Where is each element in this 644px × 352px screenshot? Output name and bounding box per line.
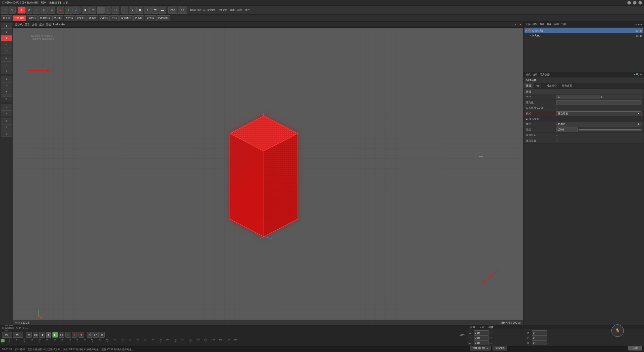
dots-btn2[interactable]: ⋮	[1, 131, 12, 137]
prop-expand-btn[interactable]: ⊕	[640, 73, 642, 76]
scene-edit-menu[interactable]: 编辑	[533, 23, 538, 26]
coord-mode-dropdown[interactable]: 对象 (相对) ▼	[470, 346, 491, 350]
magnet-btn[interactable]: ⊗	[1, 76, 12, 82]
smooth-btn[interactable]: ∿	[1, 110, 12, 116]
scale-btn[interactable]: ⤢	[1, 62, 12, 68]
group-domain-btn[interactable]: 组域	[110, 15, 119, 21]
size-b-field[interactable]: 0°	[532, 340, 547, 345]
sphere-btn[interactable]: ●	[129, 7, 136, 14]
point-mode-btn[interactable]: ·	[97, 7, 104, 14]
prop-edit-menu[interactable]: 编辑	[533, 73, 538, 76]
close-button[interactable]: ×	[638, 1, 642, 5]
scene-bookmarks-menu[interactable]: 书签	[561, 23, 566, 26]
camera-domain-btn[interactable]: 摄像机域	[38, 15, 52, 21]
go-start-btn[interactable]: ⏮	[26, 332, 32, 338]
polygon-mode-btn[interactable]: ⬡	[112, 7, 119, 14]
scene-expand-btn[interactable]: ⊕	[637, 23, 639, 26]
scene-item-cube-domain[interactable]: ▶ ⬡ 立方体域 ⊞ ◉	[525, 28, 643, 33]
sound-domain-btn[interactable]: 声音域	[133, 15, 144, 21]
loop-sel-btn[interactable]: ⟳	[1, 41, 12, 48]
redshift-label[interactable]: Redshift	[217, 9, 228, 11]
prop-tab-subdivide[interactable]: 细分曲面	[559, 83, 575, 89]
grid-dots-btn[interactable]: ⠿	[1, 124, 12, 130]
x-particles-label[interactable]: X-Particles	[202, 9, 216, 11]
prop-mode-menu[interactable]: 模式	[526, 73, 531, 76]
vp-down-btn[interactable]: ↓	[517, 23, 519, 26]
undo-button[interactable]: ↩	[1, 7, 8, 14]
linear-domain-btn[interactable]: 线形域	[52, 15, 63, 21]
viewport-canvas[interactable]: Number of emitters: 0 Total live particl…	[13, 28, 523, 325]
cylinder-domain-btn[interactable]: 圆柱域	[64, 15, 75, 21]
qr-btn[interactable]: QR	[178, 7, 187, 14]
next-key-btn[interactable]: ▶▶	[59, 332, 64, 338]
bool-domain-btn[interactable]: 布尔域	[99, 15, 110, 21]
radius-increment[interactable]: 1	[599, 95, 642, 99]
prop-tab-options[interactable]: 选项	[524, 83, 534, 89]
visible-only-checkbox[interactable]	[556, 107, 558, 110]
tab-animation2[interactable]: 动画	[23, 327, 28, 330]
soften-domain-btn[interactable]: 软化域	[75, 15, 87, 21]
prop-collapse-btn[interactable]: ◂	[634, 73, 635, 76]
play-btn[interactable]: ▶	[52, 332, 58, 338]
scene-tags-menu[interactable]: 标签	[554, 23, 559, 26]
new-object-btn[interactable]: +	[1, 23, 12, 29]
mode-dropdown[interactable]: 顶点绘制 ▼	[556, 111, 641, 116]
physics-mode-btn[interactable]: ⚙	[99, 332, 105, 338]
cylinder-btn[interactable]: ⬤	[136, 7, 143, 14]
display-menu[interactable]: 显示	[25, 23, 30, 26]
brush-btn[interactable]: ⌀	[1, 104, 12, 110]
apply-button[interactable]: 应用	[628, 346, 642, 350]
texture-mode-btn[interactable]: ◻	[89, 7, 96, 14]
record-all-btn[interactable]: ⏺	[78, 332, 84, 338]
prev-key-btn[interactable]: ◀◀	[33, 332, 38, 338]
options-menu[interactable]: 选项	[32, 23, 37, 26]
pos-z-field[interactable]: 0 cm	[474, 340, 489, 345]
vertex-mode-dropdown[interactable]: 热力图 ▼	[556, 122, 641, 126]
prorender-menu[interactable]: ProRender	[53, 23, 65, 26]
plugins-label[interactable]: 插件	[244, 8, 251, 12]
stop-btn[interactable]: ■	[46, 332, 51, 338]
vp-expand-btn[interactable]: ⤢	[514, 23, 516, 26]
camera-btn[interactable]: 📷	[151, 7, 158, 14]
light-btn[interactable]: ☀	[144, 7, 151, 14]
rotate-btn[interactable]: ↺	[1, 68, 12, 74]
move-tool[interactable]: ✛	[18, 7, 25, 14]
timeline-ruler[interactable]: 0510152025303540455055606570758085909510…	[0, 338, 468, 343]
x-axis-btn[interactable]: X	[57, 7, 64, 14]
current-frame-display[interactable]: 0 F	[2, 332, 12, 338]
redo-button[interactable]: ↪	[9, 7, 16, 14]
torus-domain-btn[interactable]: 环形域	[87, 15, 98, 21]
options-section-header[interactable]: 选项	[524, 89, 643, 94]
script-label[interactable]: 脚本	[229, 8, 236, 12]
live-selection-tool[interactable]: ⬡	[41, 7, 48, 14]
maximize-button[interactable]: □	[633, 1, 636, 5]
scene-item-cube[interactable]: ▪ 立方体 ⊞ ◉	[525, 33, 643, 38]
size-h-field[interactable]: 0°	[532, 330, 547, 335]
s-logo-btn[interactable]: S	[1, 96, 12, 102]
floor-btn[interactable]: ▬	[159, 7, 166, 14]
radius-input[interactable]: 10	[557, 96, 560, 98]
frame-input[interactable]: 0 F	[13, 332, 23, 338]
cube-domain-btn[interactable]: 立方体域	[13, 15, 26, 21]
intensity-value[interactable]: 100%	[556, 127, 578, 132]
coord-tab-pos[interactable]: 位置	[470, 326, 475, 329]
intensity-slider[interactable]	[579, 129, 641, 130]
formula-domain-btn[interactable]: 公式域	[145, 15, 156, 21]
particle-domain-btn[interactable]: 粒子域	[1, 15, 12, 21]
radius-value[interactable]: 10	[556, 95, 598, 99]
cube-btn[interactable]: ▪	[121, 7, 128, 14]
tab-function[interactable]: 功能	[16, 327, 21, 330]
pressure-value[interactable]	[556, 100, 641, 105]
sphere-domain-btn[interactable]: 球形域	[27, 15, 38, 21]
playhead-marker[interactable]	[1, 339, 5, 342]
scene-objects-menu[interactable]: 对象	[547, 23, 552, 26]
fill-sel-btn[interactable]: ⬛	[1, 48, 12, 54]
live-sel-btn[interactable]: ⊕	[1, 35, 12, 41]
coord-tab-size[interactable]: 尺寸	[479, 326, 484, 329]
prop-tab-object-axis[interactable]: 对象轴心	[544, 83, 559, 89]
model-mode-btn[interactable]: ◼	[82, 7, 89, 14]
scene-file-menu[interactable]: 文件	[526, 23, 531, 26]
scene-list-btn[interactable]: ≡	[640, 23, 642, 26]
edge-mode-btn[interactable]: /	[104, 7, 111, 14]
vertex-paint-section-header[interactable]: ▶ 顶点绘制	[524, 117, 643, 121]
